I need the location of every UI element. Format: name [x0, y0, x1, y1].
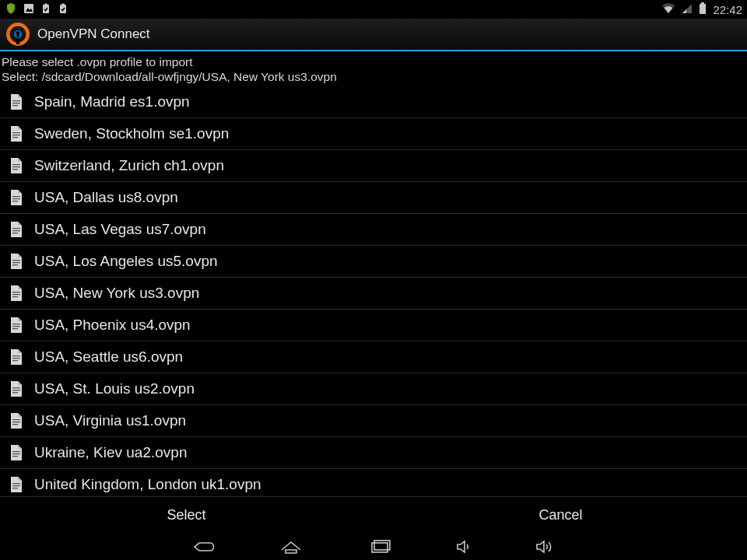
subheader-line1: Please select .ovpn profile to import — [2, 54, 742, 69]
nav-back-icon[interactable] — [185, 538, 219, 555]
nav-bar — [0, 534, 747, 560]
svg-rect-19 — [12, 135, 20, 135]
nav-volume-down-icon[interactable] — [451, 538, 478, 555]
svg-rect-31 — [12, 262, 20, 263]
svg-rect-35 — [12, 296, 18, 297]
svg-rect-0 — [24, 4, 33, 13]
file-name: USA, Los Angeles us5.ovpn — [34, 253, 218, 270]
svg-rect-18 — [12, 132, 20, 133]
subheader: Please select .ovpn profile to import Se… — [0, 51, 747, 86]
file-icon — [9, 157, 23, 174]
svg-rect-22 — [12, 166, 20, 167]
svg-rect-47 — [12, 424, 18, 425]
file-name: USA, Virginia us1.ovpn — [34, 412, 186, 429]
svg-rect-21 — [12, 164, 20, 165]
file-row[interactable]: Sweden, Stockholm se1.ovpn — [0, 118, 747, 150]
svg-rect-16 — [12, 103, 20, 103]
svg-rect-32 — [12, 264, 18, 265]
svg-rect-39 — [12, 355, 20, 356]
file-name: USA, Phoenix us4.ovpn — [34, 317, 191, 334]
file-name: United Kingdom, London uk1.ovpn — [34, 476, 261, 493]
file-row[interactable]: USA, Seattle us6.ovpn — [0, 341, 747, 373]
cancel-button[interactable]: Cancel — [377, 500, 744, 531]
file-icon — [9, 444, 23, 461]
file-icon — [9, 253, 23, 270]
file-icon — [9, 317, 23, 334]
status-right: 22:42 — [661, 2, 742, 17]
svg-rect-42 — [12, 387, 20, 388]
file-icon — [9, 125, 23, 142]
svg-rect-20 — [12, 137, 18, 138]
svg-rect-8 — [701, 2, 704, 4]
file-icon — [9, 221, 23, 238]
file-name: Sweden, Stockholm se1.ovpn — [34, 125, 229, 142]
svg-marker-7 — [682, 9, 686, 13]
action-bar: OpenVPN Connect — [0, 19, 747, 51]
svg-rect-53 — [12, 488, 18, 488]
file-icon — [9, 380, 23, 397]
status-clock: 22:42 — [713, 3, 742, 16]
file-row[interactable]: USA, New York us3.ovpn — [0, 278, 747, 310]
svg-rect-43 — [12, 390, 20, 390]
file-icon — [9, 285, 23, 302]
svg-rect-41 — [12, 360, 18, 361]
svg-rect-52 — [12, 485, 20, 486]
file-icon — [9, 189, 23, 206]
svg-rect-37 — [12, 326, 20, 327]
svg-rect-11 — [16, 39, 20, 44]
file-row[interactable]: USA, St. Louis us2.ovpn — [0, 373, 747, 405]
svg-rect-49 — [12, 453, 20, 454]
file-row[interactable]: United Kingdom, London uk1.ovpn — [0, 469, 747, 496]
svg-rect-14 — [17, 33, 19, 37]
svg-rect-33 — [12, 292, 20, 292]
nav-recent-icon[interactable] — [363, 538, 397, 555]
file-icon — [9, 348, 23, 366]
svg-rect-5 — [61, 4, 65, 6]
file-row[interactable]: USA, Phoenix us4.ovpn — [0, 310, 747, 341]
file-icon — [9, 93, 23, 110]
svg-rect-51 — [12, 483, 20, 484]
svg-rect-17 — [12, 105, 18, 106]
clipboard-icon — [40, 3, 51, 16]
app-title: OpenVPN Connect — [37, 26, 150, 42]
select-button[interactable]: Select — [3, 500, 370, 531]
svg-rect-44 — [12, 392, 18, 393]
file-row[interactable]: USA, Las Vegas us7.ovpn — [0, 214, 747, 246]
file-row[interactable]: USA, Los Angeles us5.ovpn — [0, 246, 747, 278]
file-name: Switzerland, Zurich ch1.ovpn — [34, 157, 224, 174]
file-name: USA, Las Vegas us7.ovpn — [34, 221, 206, 238]
file-list[interactable]: Spain, Madrid es1.ovpnSweden, Stockholm … — [0, 86, 747, 496]
file-row[interactable]: Spain, Madrid es1.ovpn — [0, 86, 747, 118]
subheader-line2: Select: /sdcard/Download/all-owfjngy/USA… — [2, 69, 742, 84]
file-row[interactable]: Switzerland, Zurich ch1.ovpn — [0, 150, 747, 182]
status-bar: 22:42 — [0, 0, 747, 19]
file-row[interactable]: USA, Virginia us1.ovpn — [0, 405, 747, 437]
clipboard-icon-2 — [58, 3, 68, 16]
file-name: USA, Dallas us8.ovpn — [34, 189, 178, 206]
openvpn-logo-icon — [6, 23, 30, 46]
svg-rect-50 — [12, 456, 18, 457]
svg-rect-27 — [12, 228, 20, 229]
file-icon — [9, 412, 23, 429]
svg-rect-25 — [12, 198, 20, 199]
battery-icon — [699, 2, 707, 17]
file-icon — [9, 476, 23, 493]
content: Please select .ovpn profile to import Se… — [0, 51, 747, 496]
file-name: USA, St. Louis us2.ovpn — [34, 380, 195, 397]
svg-rect-2 — [43, 5, 49, 13]
nav-volume-up-icon[interactable] — [532, 538, 562, 555]
button-bar: Select Cancel — [0, 496, 747, 534]
file-row[interactable]: Ukraine, Kiev ua2.ovpn — [0, 437, 747, 469]
file-row[interactable]: USA, Dallas us8.ovpn — [0, 182, 747, 214]
svg-rect-24 — [12, 196, 20, 197]
file-name: Spain, Madrid es1.ovpn — [34, 93, 190, 110]
svg-rect-26 — [12, 201, 18, 201]
security-app-icon — [5, 2, 17, 16]
svg-rect-4 — [60, 5, 66, 13]
svg-rect-46 — [12, 422, 20, 422]
svg-marker-6 — [682, 4, 692, 13]
file-name: Ukraine, Kiev ua2.ovpn — [34, 444, 187, 461]
nav-home-icon[interactable] — [274, 538, 308, 555]
svg-rect-38 — [12, 328, 18, 329]
picture-icon — [23, 3, 34, 16]
